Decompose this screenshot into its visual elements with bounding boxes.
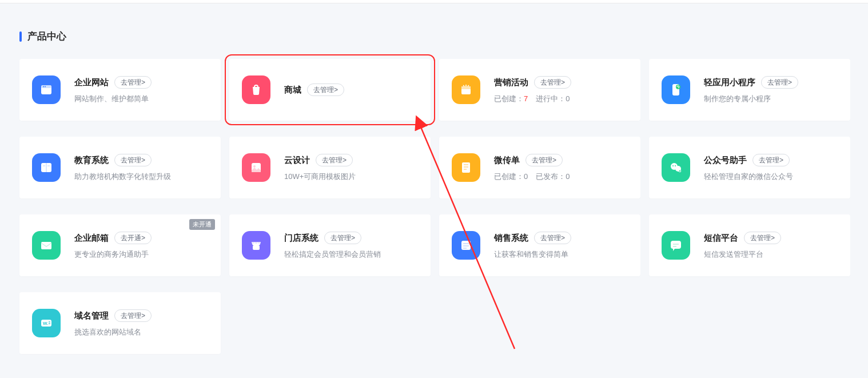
- card-action-button[interactable]: 去管理>: [761, 76, 798, 89]
- marketing-icon: [452, 75, 480, 104]
- card-desc: 轻松搞定会员管理和会员营销: [284, 250, 418, 259]
- section-header: 产品中心: [19, 30, 849, 43]
- website-icon: [32, 75, 61, 104]
- card-title: 教育系统: [74, 155, 109, 166]
- card-action-button[interactable]: 去管理>: [307, 83, 344, 96]
- product-card[interactable]: 未开通企业邮箱去开通>更专业的商务沟通助手: [19, 214, 221, 276]
- product-card[interactable]: 短信平台去管理>短信发送管理平台: [649, 214, 850, 276]
- svg-rect-30: [673, 244, 679, 245]
- sales-icon: [452, 231, 480, 260]
- card-stats: 已创建：7进行中：0: [494, 94, 628, 104]
- card-title: 短信平台: [704, 233, 738, 244]
- card-title: 门店系统: [284, 233, 318, 244]
- card-action-button[interactable]: 去管理>: [316, 154, 353, 166]
- svg-point-13: [253, 165, 256, 168]
- svg-point-3: [45, 86, 46, 87]
- design-icon: [242, 153, 270, 182]
- svg-point-2: [43, 86, 44, 87]
- miniapp-icon: [662, 75, 690, 104]
- svg-rect-16: [464, 166, 468, 168]
- card-title: 商城: [284, 85, 301, 96]
- product-card[interactable]: 微传单去管理>已创建：0已发布：0: [439, 137, 640, 198]
- svg-rect-26: [463, 243, 469, 244]
- product-card[interactable]: W.域名管理去管理>挑选喜欢的网站域名: [19, 292, 221, 354]
- svg-rect-31: [673, 246, 676, 247]
- card-action-button[interactable]: 去管理>: [525, 154, 563, 166]
- section-title: 产品中心: [27, 30, 66, 43]
- svg-point-21: [675, 165, 676, 166]
- edu-icon: [32, 153, 61, 182]
- svg-rect-24: [253, 245, 260, 250]
- card-desc: 制作您的专属小程序: [704, 94, 838, 104]
- card-title: 企业邮箱: [74, 233, 109, 244]
- card-title: 轻应用小程序: [704, 77, 755, 88]
- card-action-button[interactable]: 去管理>: [114, 154, 152, 166]
- mall-icon: [242, 75, 270, 104]
- product-card[interactable]: 门店系统去管理>轻松搞定会员管理和会员营销: [229, 214, 431, 276]
- svg-point-20: [672, 165, 674, 166]
- svg-rect-1: [41, 85, 51, 88]
- card-desc: 网站制作、维护都简单: [74, 94, 208, 104]
- product-center-section: 产品中心 企业网站去管理>网站制作、维护都简单商城去管理>营销活动去管理>已创建…: [0, 3, 868, 354]
- card-title: 公众号助手: [704, 155, 747, 166]
- svg-rect-27: [463, 245, 469, 246]
- product-card[interactable]: 营销活动去管理>已创建：7进行中：0: [439, 59, 640, 121]
- card-desc: 挑选喜欢的网站域名: [74, 328, 208, 337]
- product-card[interactable]: 公众号助手去管理>轻松管理自家的微信公众号: [649, 137, 850, 198]
- card-action-button[interactable]: 去管理>: [534, 232, 571, 244]
- card-title: 营销活动: [494, 77, 528, 88]
- mail-icon: [32, 231, 61, 260]
- card-action-button[interactable]: 去管理>: [324, 232, 361, 244]
- card-action-button[interactable]: 去管理>: [752, 154, 790, 166]
- badge-unopened: 未开通: [189, 219, 215, 230]
- product-card[interactable]: 商城去管理>: [229, 59, 431, 121]
- flyer-icon: [452, 153, 480, 182]
- wechat-icon: [662, 153, 690, 182]
- card-title: 域名管理: [74, 311, 109, 321]
- product-grid: 企业网站去管理>网站制作、维护都简单商城去管理>营销活动去管理>已创建：7进行中…: [19, 59, 849, 354]
- domain-icon: W.: [32, 309, 61, 337]
- svg-rect-5: [461, 86, 471, 89]
- svg-rect-17: [464, 169, 467, 170]
- card-stats: 已创建：0已发布：0: [494, 172, 628, 181]
- store-icon: [242, 231, 270, 260]
- product-card[interactable]: 企业网站去管理>网站制作、维护都简单: [19, 59, 221, 121]
- card-desc: 短信发送管理平台: [704, 250, 838, 259]
- card-desc: 10W+可商用模板图片: [284, 172, 418, 181]
- card-desc: 更专业的商务沟通助手: [74, 250, 208, 259]
- card-desc: 助力教培机构数字化转型升级: [74, 172, 208, 181]
- product-card[interactable]: 轻应用小程序去管理>制作您的专属小程序: [649, 59, 850, 121]
- card-action-button[interactable]: 去管理>: [744, 232, 781, 244]
- section-accent-bar: [19, 31, 22, 42]
- svg-rect-28: [463, 248, 467, 249]
- svg-rect-23: [41, 242, 51, 249]
- card-title: 微传单: [494, 155, 520, 166]
- svg-text:W.: W.: [43, 321, 48, 326]
- card-action-button[interactable]: 去管理>: [114, 309, 152, 322]
- product-card[interactable]: 云设计去管理>10W+可商用模板图片: [229, 137, 431, 198]
- card-title: 销售系统: [494, 233, 528, 244]
- card-action-button[interactable]: 去管理>: [534, 76, 571, 89]
- card-desc: 轻松管理自家的微信公众号: [704, 172, 838, 181]
- svg-rect-15: [464, 164, 468, 165]
- svg-point-7: [676, 85, 680, 89]
- card-title: 企业网站: [74, 77, 109, 88]
- sms-icon: [662, 231, 690, 260]
- card-action-button[interactable]: 去管理>: [114, 76, 152, 89]
- card-desc: 让获客和销售变得简单: [494, 250, 628, 259]
- card-action-button[interactable]: 去开通>: [114, 232, 152, 244]
- product-card[interactable]: 教育系统去管理>助力教培机构数字化转型升级: [19, 137, 221, 198]
- card-title: 云设计: [284, 155, 310, 166]
- product-card[interactable]: 销售系统去管理>让获客和销售变得简单: [439, 214, 640, 276]
